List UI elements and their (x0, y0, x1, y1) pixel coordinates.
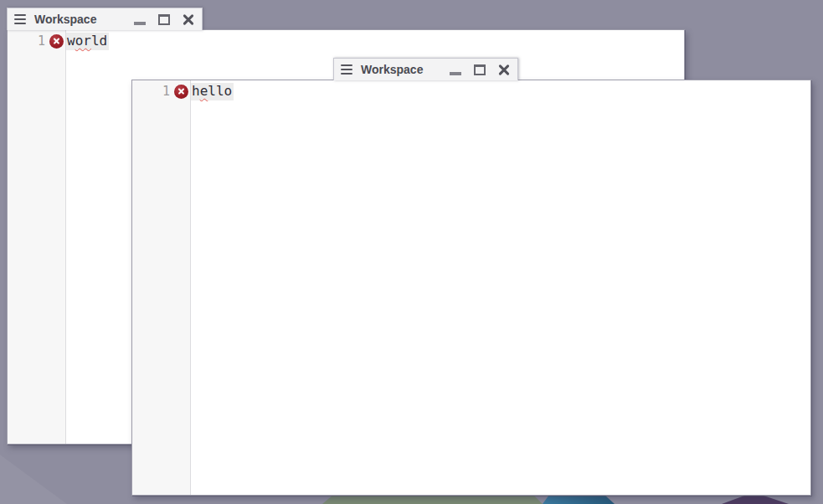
code-text-post: ld (91, 33, 107, 49)
window-titlebar[interactable]: Workspace (7, 8, 203, 30)
window-title: Workspace (361, 63, 423, 76)
line-number: 1 (162, 84, 170, 99)
editor-window-body: 1 hello (132, 80, 810, 495)
menu-icon[interactable] (14, 14, 26, 24)
window-title: Workspace (34, 13, 96, 26)
maximize-icon (158, 14, 170, 25)
code-text-highlight: hello (191, 83, 234, 100)
wallpaper-facet-blue (543, 495, 615, 504)
code-line[interactable]: world (66, 32, 684, 50)
code-text-highlight: world (66, 33, 109, 50)
code-text-pre: w (67, 33, 75, 49)
window-titlebar[interactable]: Workspace (333, 58, 518, 80)
desktop-background: Workspace 1 world Workspace (0, 0, 823, 504)
wallpaper-facet-green (322, 495, 544, 504)
menu-icon[interactable] (341, 64, 352, 75)
maximize-button[interactable] (157, 12, 171, 27)
workspace-window-front: Workspace 1 hello (131, 80, 811, 496)
error-icon[interactable] (49, 34, 64, 49)
maximize-button[interactable] (473, 62, 486, 77)
minimize-icon (450, 72, 461, 75)
editor-gutter: 1 (8, 30, 66, 444)
wallpaper-facet (0, 455, 67, 504)
close-icon (498, 64, 510, 75)
editor-gutter: 1 (132, 80, 191, 495)
code-text-error-squiggle: e (200, 83, 208, 99)
minimize-icon (134, 22, 146, 25)
editor-area[interactable]: hello (191, 80, 810, 495)
code-text-pre: h (192, 83, 200, 99)
gutter-row: 1 (8, 32, 65, 50)
code-text-error-squiggle: or (75, 33, 91, 49)
close-icon (183, 13, 194, 25)
gutter-row: 1 (132, 82, 190, 100)
minimize-button[interactable] (449, 62, 462, 77)
error-icon[interactable] (174, 85, 188, 99)
minimize-button[interactable] (133, 12, 147, 27)
code-line[interactable]: hello (191, 82, 810, 100)
line-number: 1 (38, 33, 45, 49)
close-button[interactable] (497, 62, 511, 77)
close-button[interactable] (182, 12, 195, 27)
code-text-post: llo (208, 83, 232, 99)
maximize-icon (474, 64, 486, 75)
